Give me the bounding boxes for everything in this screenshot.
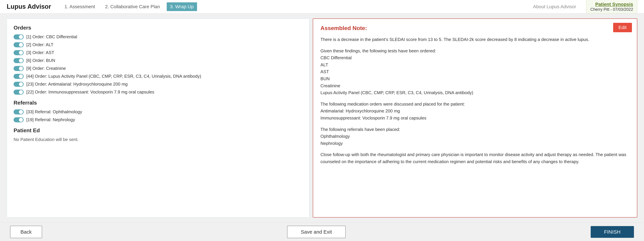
note-para-2: Given these findings, the following test… [320,48,630,96]
note-para-3: The following medication orders were dis… [320,101,630,122]
note-item-ophthalmology: Ophthalmology [320,134,350,139]
order-toggle-7[interactable] [14,82,24,87]
tab-collaborative-care-plan[interactable]: 2. Collaborative Care Plan [102,2,163,11]
note-item-nephrology: Nephrology [320,141,343,146]
order-item-2: [2] Order: ALT [14,42,302,47]
about-link[interactable]: About Lupus Advisor [533,4,576,10]
order-item-3: [3] Order: AST [14,50,302,55]
assembled-note-title: Assembled Note: [320,25,630,31]
note-item-antimalarial: Antimalarial: Hydroxychloroquine 200 mg [320,108,400,113]
order-label-4: [6] Order: BUN [26,58,55,63]
referral-toggle-1[interactable] [14,109,24,114]
referrals-title: Referrals [14,100,302,106]
order-item-8: [22] Order: Immunosuppressant: Voclospor… [14,89,302,95]
referral-toggle-2[interactable] [14,117,24,122]
orders-title: Orders [14,25,302,31]
order-toggle-2[interactable] [14,42,24,47]
left-panel: Orders [1] Order: CBC Differential [2] O… [7,19,310,217]
order-toggle-6[interactable] [14,74,24,79]
order-toggle-4[interactable] [14,58,24,63]
order-label-2: [2] Order: ALT [26,42,53,47]
note-item-alt: ALT [320,62,328,67]
order-label-8: [22] Order: Immunosuppressant: Voclospor… [26,89,154,95]
patient-synopsis-subtitle: Cherry Pitt - 07/03/2022 [590,7,633,12]
note-item-ast: AST [320,69,329,74]
note-item-lupus-panel: Lupus Activity Panel (CBC, CMP, CRP, ESR… [320,90,473,95]
order-toggle-1[interactable] [14,34,24,40]
referral-item-2: [19] Referral: Nephrology [14,117,302,122]
note-text: There is a decrease in the patient's SLE… [320,36,630,165]
order-item-7: [23] Order: Antimalarial: Hydroxychloroq… [14,82,302,87]
note-item-cbc: CBC Differential [320,55,352,60]
note-item-bun: BUN [320,76,330,81]
note-para-4-intro: The following referrals have been placed… [320,127,400,132]
finish-button[interactable]: FINISH [591,226,634,238]
referral-item-1: [33] Referral: Ophthalmology [14,109,302,114]
order-toggle-5[interactable] [14,66,24,71]
order-item-5: [9] Order: Creatinine [14,66,302,71]
order-item-6: [44] Order: Lupus Activity Panel (CBC, C… [14,74,302,79]
app-title: Lupus Advisor [7,3,51,10]
save-exit-button[interactable]: Save and Exit [287,226,346,238]
footer: Back Save and Exit FINISH [0,222,644,241]
note-para-4: The following referrals have been placed… [320,126,630,147]
main-content: Orders [1] Order: CBC Differential [2] O… [0,14,644,222]
patient-ed-text: No Patient Education will be sent. [14,137,302,142]
note-para-5: Close follow-up with both the rheumatolo… [320,151,630,165]
order-label-1: [1] Order: CBC Differential [26,34,77,40]
note-para-1: There is a decrease in the patient's SLE… [320,36,630,43]
note-para-2-intro: Given these findings, the following test… [320,48,436,53]
referral-label-2: [19] Referral: Nephrology [26,117,75,122]
order-label-7: [23] Order: Antimalarial: Hydroxychloroq… [26,82,128,87]
order-label-3: [3] Order: AST [26,50,54,55]
edit-button[interactable]: Edit [613,23,632,32]
note-para-3-intro: The following medication orders were dis… [320,102,465,107]
order-item-1: [1] Order: CBC Differential [14,34,302,40]
order-toggle-8[interactable] [14,90,24,95]
order-item-4: [6] Order: BUN [14,58,302,63]
order-label-5: [9] Order: Creatinine [26,66,66,71]
nav-tabs: 1. Assessment 2. Collaborative Care Plan… [61,2,533,11]
header: Lupus Advisor 1. Assessment 2. Collabora… [0,0,644,14]
patient-synopsis-title[interactable]: Patient Synopsis [590,2,633,7]
patient-synopsis-panel[interactable]: Patient Synopsis Cherry Pitt - 07/03/202… [586,0,637,14]
back-button[interactable]: Back [10,226,42,238]
referral-label-1: [33] Referral: Ophthalmology [26,109,82,114]
note-item-immunosuppressant: Immunosuppressant: Voclosporin 7.9 mg or… [320,115,426,121]
note-item-creatinine: Creatinine [320,83,340,88]
tab-wrap-up[interactable]: 3. Wrap Up [167,2,197,11]
order-label-6: [44] Order: Lupus Activity Panel (CBC, C… [26,74,201,79]
right-panel: Assembled Note: Edit There is a decrease… [313,19,637,217]
order-toggle-3[interactable] [14,50,24,55]
tab-assessment[interactable]: 1. Assessment [61,2,98,11]
patient-ed-title: Patient Ed [14,127,302,134]
